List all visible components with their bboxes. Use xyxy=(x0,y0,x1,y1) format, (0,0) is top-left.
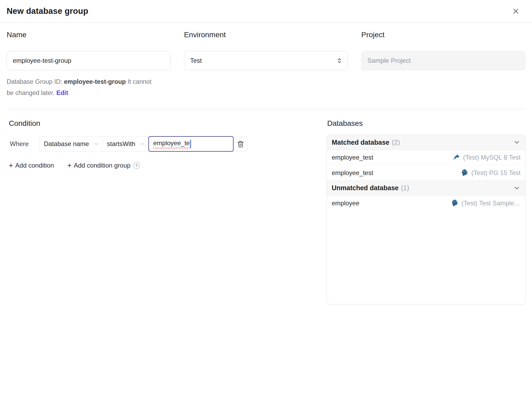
delete-condition-button[interactable] xyxy=(234,136,247,151)
condition-operator-select[interactable]: startsWith xyxy=(103,136,148,151)
database-row: employee_test (Test) MySQL 8 Test xyxy=(327,150,525,165)
database-instance-label: (Test) Test Sample… xyxy=(462,200,521,207)
postgres-icon xyxy=(451,199,459,207)
unmatched-database-title: Unmatched database xyxy=(332,184,398,192)
dialog-header: New database group xyxy=(0,0,532,23)
chevron-down-icon xyxy=(139,141,145,147)
dialog-title: New database group xyxy=(7,6,88,16)
database-name: employee_test xyxy=(332,154,373,161)
add-condition-group-button[interactable]: + Add condition group ? xyxy=(67,162,140,169)
environment-select[interactable]: Test xyxy=(184,51,348,70)
close-button[interactable] xyxy=(511,6,521,16)
name-field-group: Name Database Group ID: employee-test-gr… xyxy=(7,30,171,98)
id-note: Database Group ID: employee-test-group I… xyxy=(7,76,152,98)
collapse-chevron-icon xyxy=(513,184,521,192)
database-row: employee_test (Test) PG 15 Test xyxy=(327,165,525,180)
project-label: Project xyxy=(361,30,525,39)
id-note-prefix: Database Group ID: xyxy=(7,78,62,85)
condition-field-select[interactable]: Database name xyxy=(40,136,103,151)
database-instance-label: (Test) MySQL 8 Test xyxy=(463,154,521,161)
condition-field-value: Database name xyxy=(44,140,89,148)
environment-field-group: Environment Test xyxy=(184,30,348,98)
database-instance-label: (Test) PG 15 Test xyxy=(471,169,521,177)
add-condition-label: Add condition xyxy=(15,162,54,169)
name-label: Name xyxy=(7,30,171,39)
databases-heading: Databases xyxy=(327,119,526,128)
trash-icon xyxy=(237,140,244,148)
help-icon[interactable]: ? xyxy=(133,162,140,169)
matched-database-count: (2) xyxy=(392,139,400,146)
database-row: employee (Test) Test Sample… xyxy=(327,196,525,211)
database-name: employee xyxy=(332,200,359,207)
condition-section: Condition Where Database name startsWith xyxy=(7,119,313,169)
matched-database-header[interactable]: Matched database (2) xyxy=(327,135,525,150)
project-field-group: Project xyxy=(361,30,525,98)
condition-value-text: employee_te xyxy=(153,139,190,148)
project-input xyxy=(361,51,525,70)
matched-database-title: Matched database xyxy=(332,139,389,146)
where-label: Where xyxy=(10,140,36,148)
plus-icon: + xyxy=(67,162,72,169)
unmatched-database-count: (1) xyxy=(401,184,409,192)
section-divider xyxy=(7,109,525,109)
condition-heading: Condition xyxy=(9,119,313,128)
edit-link[interactable]: Edit xyxy=(56,89,68,96)
condition-value-input[interactable]: employee_te xyxy=(148,136,234,152)
database-name: employee_test xyxy=(332,169,373,177)
plus-icon: + xyxy=(9,162,13,169)
database-instance: (Test) Test Sample… xyxy=(451,199,521,207)
text-caret xyxy=(190,140,191,148)
unmatched-database-header[interactable]: Unmatched database (1) xyxy=(327,180,525,196)
database-instance: (Test) PG 15 Test xyxy=(461,169,521,177)
chevron-up-down-icon xyxy=(336,57,343,64)
environment-label: Environment xyxy=(184,30,348,39)
condition-group: Database name startsWith employee_te xyxy=(39,136,248,152)
databases-panel: Matched database (2) employee_test (Test… xyxy=(327,135,526,304)
condition-operator-value: startsWith xyxy=(107,140,135,148)
database-group-id: employee-test-group xyxy=(64,78,126,85)
collapse-chevron-icon xyxy=(513,139,521,146)
environment-value: Test xyxy=(190,57,202,64)
add-condition-group-label: Add condition group xyxy=(74,162,131,169)
close-icon xyxy=(512,7,520,15)
condition-row: Where Database name startsWith xyxy=(7,136,313,152)
databases-section: Databases Matched database (2) employee_… xyxy=(327,119,526,304)
form-row: Name Database Group ID: employee-test-gr… xyxy=(7,30,525,98)
condition-actions: + Add condition + Add condition group ? xyxy=(9,162,313,169)
mysql-icon xyxy=(452,153,460,161)
name-input[interactable] xyxy=(7,51,171,70)
chevron-down-icon xyxy=(93,141,99,147)
add-condition-button[interactable]: + Add condition xyxy=(9,162,54,169)
postgres-icon xyxy=(461,169,469,177)
database-instance: (Test) MySQL 8 Test xyxy=(452,153,521,161)
